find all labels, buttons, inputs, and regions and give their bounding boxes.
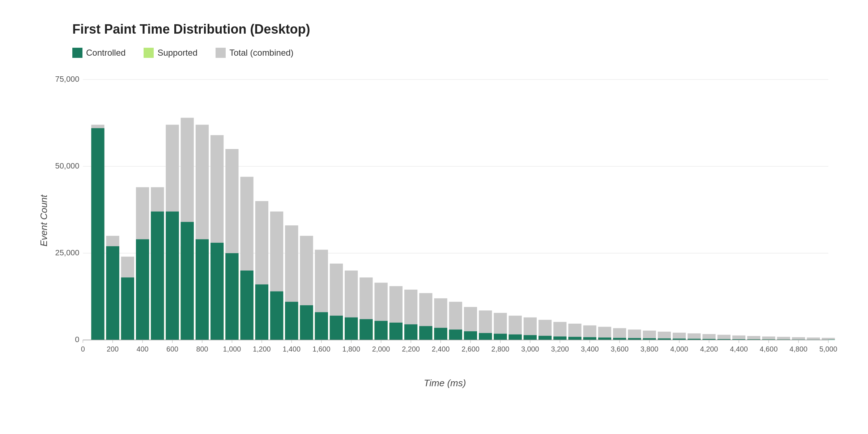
svg-text:3,000: 3,000 bbox=[521, 345, 539, 353]
svg-text:25,000: 25,000 bbox=[55, 248, 80, 257]
svg-text:200: 200 bbox=[107, 345, 119, 353]
svg-text:800: 800 bbox=[196, 345, 208, 353]
legend-item-controlled: Controlled bbox=[72, 48, 125, 58]
svg-text:1,800: 1,800 bbox=[342, 345, 360, 353]
svg-text:4,600: 4,600 bbox=[760, 345, 778, 353]
svg-rect-116 bbox=[359, 319, 373, 340]
svg-rect-155 bbox=[553, 336, 566, 340]
svg-rect-77 bbox=[166, 212, 179, 340]
svg-text:50,000: 50,000 bbox=[55, 161, 80, 170]
svg-rect-158 bbox=[568, 337, 581, 340]
svg-rect-83 bbox=[196, 239, 209, 340]
svg-text:2,000: 2,000 bbox=[372, 345, 390, 353]
svg-rect-119 bbox=[374, 321, 387, 340]
svg-rect-161 bbox=[583, 337, 596, 340]
legend-label-supported: Supported bbox=[157, 48, 197, 58]
svg-rect-146 bbox=[509, 335, 522, 340]
svg-text:0: 0 bbox=[75, 335, 79, 344]
svg-rect-74 bbox=[151, 212, 164, 340]
legend-item-supported: Supported bbox=[144, 48, 197, 58]
svg-text:2,200: 2,200 bbox=[402, 345, 420, 353]
svg-rect-71 bbox=[136, 239, 149, 340]
svg-text:3,400: 3,400 bbox=[581, 345, 599, 353]
svg-rect-134 bbox=[449, 329, 462, 340]
svg-rect-89 bbox=[225, 253, 238, 340]
svg-text:0: 0 bbox=[81, 345, 85, 353]
svg-rect-86 bbox=[210, 243, 224, 340]
svg-rect-95 bbox=[255, 284, 268, 340]
svg-rect-143 bbox=[494, 334, 507, 340]
legend-item-total: Total (combined) bbox=[216, 48, 293, 58]
legend-label-controlled: Controlled bbox=[86, 48, 125, 58]
legend-swatch-controlled bbox=[72, 48, 82, 58]
svg-rect-107 bbox=[315, 312, 328, 340]
svg-rect-167 bbox=[613, 338, 626, 340]
legend-label-total: Total (combined) bbox=[229, 48, 293, 58]
x-axis-label: Time (ms) bbox=[51, 378, 839, 389]
chart-title: First Paint Time Distribution (Desktop) bbox=[72, 22, 839, 37]
svg-rect-164 bbox=[598, 337, 611, 340]
svg-text:4,400: 4,400 bbox=[730, 345, 748, 353]
svg-text:1,400: 1,400 bbox=[283, 345, 301, 353]
svg-rect-170 bbox=[628, 338, 641, 340]
svg-rect-152 bbox=[539, 336, 552, 340]
svg-rect-110 bbox=[330, 316, 343, 340]
svg-text:3,600: 3,600 bbox=[610, 345, 629, 353]
svg-text:3,800: 3,800 bbox=[641, 345, 659, 353]
svg-rect-128 bbox=[419, 326, 432, 340]
y-axis-label: Event Count bbox=[38, 195, 50, 246]
svg-rect-137 bbox=[464, 331, 477, 340]
svg-rect-68 bbox=[121, 277, 134, 340]
svg-rect-101 bbox=[285, 302, 298, 340]
svg-rect-62 bbox=[91, 128, 104, 340]
svg-text:2,400: 2,400 bbox=[432, 345, 450, 353]
chart-area: Event Count 025,00050,00075,000020040060… bbox=[51, 72, 839, 369]
svg-text:2,600: 2,600 bbox=[461, 345, 480, 353]
legend: Controlled Supported Total (combined) bbox=[72, 48, 839, 58]
svg-text:600: 600 bbox=[166, 345, 178, 353]
svg-text:4,000: 4,000 bbox=[670, 345, 688, 353]
svg-rect-149 bbox=[524, 335, 537, 340]
svg-text:1,000: 1,000 bbox=[223, 345, 241, 353]
svg-text:1,200: 1,200 bbox=[253, 345, 271, 353]
svg-text:3,200: 3,200 bbox=[551, 345, 569, 353]
svg-text:5,000: 5,000 bbox=[819, 345, 837, 353]
svg-text:75,000: 75,000 bbox=[55, 75, 80, 84]
svg-rect-65 bbox=[106, 246, 119, 340]
svg-rect-113 bbox=[345, 318, 358, 340]
svg-rect-104 bbox=[300, 305, 313, 340]
svg-rect-131 bbox=[434, 328, 447, 340]
chart-container: First Paint Time Distribution (Desktop) … bbox=[0, 0, 868, 434]
svg-rect-80 bbox=[181, 222, 194, 340]
legend-swatch-supported bbox=[144, 48, 154, 58]
svg-rect-92 bbox=[240, 271, 253, 340]
svg-text:1,600: 1,600 bbox=[312, 345, 331, 353]
svg-text:400: 400 bbox=[137, 345, 149, 353]
svg-rect-98 bbox=[270, 292, 283, 340]
svg-rect-140 bbox=[479, 333, 492, 340]
chart-svg: 025,00050,00075,00002004006008001,0001,2… bbox=[51, 72, 839, 369]
svg-text:4,200: 4,200 bbox=[700, 345, 718, 353]
svg-rect-122 bbox=[390, 323, 403, 340]
legend-swatch-total bbox=[216, 48, 226, 58]
svg-text:2,800: 2,800 bbox=[492, 345, 510, 353]
svg-rect-125 bbox=[404, 324, 417, 340]
svg-text:4,800: 4,800 bbox=[790, 345, 808, 353]
